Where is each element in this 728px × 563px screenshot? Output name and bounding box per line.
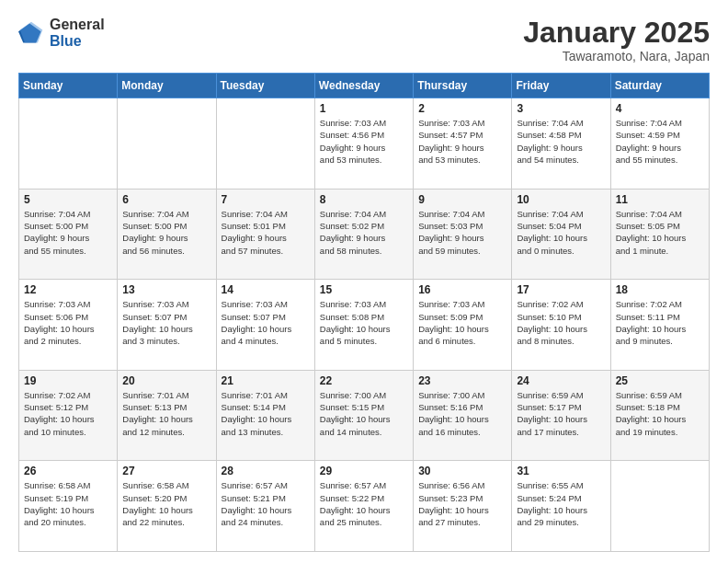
day-number: 12: [24, 283, 112, 296]
header-friday: Friday: [512, 74, 610, 98]
calendar-cell: 16Sunrise: 7:03 AM Sunset: 5:09 PM Dayli…: [414, 280, 512, 371]
title-block: January 2025 Tawaramoto, Nara, Japan: [523, 17, 710, 63]
day-number: 24: [517, 374, 605, 387]
day-number: 7: [222, 193, 310, 206]
day-number: 18: [616, 283, 704, 296]
day-info: Sunrise: 7:04 AM Sunset: 5:03 PM Dayligh…: [418, 208, 506, 257]
day-number: 19: [24, 374, 112, 387]
calendar-title: January 2025: [523, 17, 710, 49]
day-info: Sunrise: 6:59 AM Sunset: 5:18 PM Dayligh…: [616, 389, 704, 438]
day-info: Sunrise: 7:01 AM Sunset: 5:14 PM Dayligh…: [222, 389, 310, 438]
day-number: 20: [122, 374, 210, 387]
calendar-week-0: 1Sunrise: 7:03 AM Sunset: 4:56 PM Daylig…: [19, 98, 710, 190]
calendar-cell: 21Sunrise: 7:01 AM Sunset: 5:14 PM Dayli…: [216, 370, 314, 461]
header-wednesday: Wednesday: [314, 74, 413, 98]
day-number: 14: [222, 283, 310, 296]
calendar-cell: [118, 98, 216, 190]
day-info: Sunrise: 6:55 AM Sunset: 5:24 PM Dayligh…: [517, 479, 605, 528]
calendar-cell: 23Sunrise: 7:00 AM Sunset: 5:16 PM Dayli…: [414, 370, 512, 461]
calendar-location: Tawaramoto, Nara, Japan: [523, 49, 710, 63]
calendar-cell: 19Sunrise: 7:02 AM Sunset: 5:12 PM Dayli…: [19, 370, 118, 461]
calendar-cell: 12Sunrise: 7:03 AM Sunset: 5:06 PM Dayli…: [19, 280, 118, 371]
calendar-cell: 27Sunrise: 6:58 AM Sunset: 5:20 PM Dayli…: [118, 461, 216, 552]
day-info: Sunrise: 6:58 AM Sunset: 5:19 PM Dayligh…: [24, 479, 112, 528]
day-info: Sunrise: 7:03 AM Sunset: 5:07 PM Dayligh…: [122, 298, 210, 347]
day-number: 6: [122, 193, 210, 206]
calendar-cell: 5Sunrise: 7:04 AM Sunset: 5:00 PM Daylig…: [19, 189, 118, 280]
calendar-cell: 4Sunrise: 7:04 AM Sunset: 4:59 PM Daylig…: [610, 98, 709, 190]
calendar-cell: 2Sunrise: 7:03 AM Sunset: 4:57 PM Daylig…: [414, 98, 512, 190]
day-number: 30: [418, 465, 506, 477]
calendar-cell: 13Sunrise: 7:03 AM Sunset: 5:07 PM Dayli…: [118, 280, 216, 371]
header-saturday: Saturday: [610, 74, 709, 98]
day-number: 23: [418, 374, 506, 387]
calendar-week-3: 19Sunrise: 7:02 AM Sunset: 5:12 PM Dayli…: [19, 370, 710, 461]
day-info: Sunrise: 7:03 AM Sunset: 5:09 PM Dayligh…: [418, 298, 506, 347]
day-number: 15: [320, 283, 408, 296]
calendar-cell: 17Sunrise: 7:02 AM Sunset: 5:10 PM Dayli…: [512, 280, 610, 371]
day-info: Sunrise: 6:58 AM Sunset: 5:20 PM Dayligh…: [122, 479, 210, 528]
calendar-cell: 11Sunrise: 7:04 AM Sunset: 5:05 PM Dayli…: [610, 189, 709, 280]
day-info: Sunrise: 7:03 AM Sunset: 5:07 PM Dayligh…: [222, 298, 310, 347]
weekday-header-row: Sunday Monday Tuesday Wednesday Thursday…: [19, 74, 710, 98]
calendar-cell: 9Sunrise: 7:04 AM Sunset: 5:03 PM Daylig…: [414, 189, 512, 280]
day-number: 11: [616, 193, 704, 206]
calendar-cell: 8Sunrise: 7:04 AM Sunset: 5:02 PM Daylig…: [314, 189, 413, 280]
day-number: 28: [222, 465, 310, 477]
day-number: 17: [517, 283, 605, 296]
header-tuesday: Tuesday: [216, 74, 314, 98]
day-info: Sunrise: 7:04 AM Sunset: 5:02 PM Dayligh…: [320, 208, 408, 257]
calendar-cell: 25Sunrise: 6:59 AM Sunset: 5:18 PM Dayli…: [610, 370, 709, 461]
day-number: 1: [320, 102, 408, 115]
calendar-cell: 28Sunrise: 6:57 AM Sunset: 5:21 PM Dayli…: [216, 461, 314, 552]
calendar-table: Sunday Monday Tuesday Wednesday Thursday…: [18, 73, 710, 552]
calendar-cell: 24Sunrise: 6:59 AM Sunset: 5:17 PM Dayli…: [512, 370, 610, 461]
page: General Blue January 2025 Tawaramoto, Na…: [0, 0, 728, 563]
calendar-cell: 10Sunrise: 7:04 AM Sunset: 5:04 PM Dayli…: [512, 189, 610, 280]
day-info: Sunrise: 7:04 AM Sunset: 4:58 PM Dayligh…: [517, 117, 605, 166]
calendar-cell: 6Sunrise: 7:04 AM Sunset: 5:00 PM Daylig…: [118, 189, 216, 280]
calendar-cell: 1Sunrise: 7:03 AM Sunset: 4:56 PM Daylig…: [314, 98, 413, 190]
calendar-week-1: 5Sunrise: 7:04 AM Sunset: 5:00 PM Daylig…: [19, 189, 710, 280]
day-number: 5: [24, 193, 112, 206]
logo-general-text: General: [50, 17, 105, 33]
logo-text: General Blue: [50, 17, 105, 49]
day-number: 27: [122, 465, 210, 477]
day-info: Sunrise: 7:00 AM Sunset: 5:15 PM Dayligh…: [320, 389, 408, 438]
day-number: 29: [320, 465, 408, 477]
logo-blue-text: Blue: [50, 33, 105, 50]
day-info: Sunrise: 6:56 AM Sunset: 5:23 PM Dayligh…: [418, 479, 506, 528]
calendar-cell: 30Sunrise: 6:56 AM Sunset: 5:23 PM Dayli…: [414, 461, 512, 552]
day-number: 9: [418, 193, 506, 206]
day-info: Sunrise: 6:57 AM Sunset: 5:22 PM Dayligh…: [320, 479, 408, 528]
calendar-cell: [19, 98, 118, 190]
day-number: 25: [616, 374, 704, 387]
day-number: 10: [517, 193, 605, 206]
calendar-cell: [216, 98, 314, 190]
day-number: 2: [418, 102, 506, 115]
calendar-cell: 20Sunrise: 7:01 AM Sunset: 5:13 PM Dayli…: [118, 370, 216, 461]
header-thursday: Thursday: [414, 74, 512, 98]
calendar-week-2: 12Sunrise: 7:03 AM Sunset: 5:06 PM Dayli…: [19, 280, 710, 371]
day-info: Sunrise: 7:02 AM Sunset: 5:11 PM Dayligh…: [616, 298, 704, 347]
calendar-cell: 15Sunrise: 7:03 AM Sunset: 5:08 PM Dayli…: [314, 280, 413, 371]
calendar-cell: 18Sunrise: 7:02 AM Sunset: 5:11 PM Dayli…: [610, 280, 709, 371]
day-info: Sunrise: 7:00 AM Sunset: 5:16 PM Dayligh…: [418, 389, 506, 438]
day-number: 13: [122, 283, 210, 296]
day-info: Sunrise: 7:04 AM Sunset: 5:04 PM Dayligh…: [517, 208, 605, 257]
day-number: 3: [517, 102, 605, 115]
header: General Blue January 2025 Tawaramoto, Na…: [18, 17, 710, 63]
calendar-cell: 22Sunrise: 7:00 AM Sunset: 5:15 PM Dayli…: [314, 370, 413, 461]
logo-icon: [18, 20, 44, 46]
day-number: 16: [418, 283, 506, 296]
day-info: Sunrise: 7:01 AM Sunset: 5:13 PM Dayligh…: [122, 389, 210, 438]
day-info: Sunrise: 7:04 AM Sunset: 5:01 PM Dayligh…: [222, 208, 310, 257]
day-info: Sunrise: 7:02 AM Sunset: 5:10 PM Dayligh…: [517, 298, 605, 347]
day-info: Sunrise: 7:03 AM Sunset: 4:56 PM Dayligh…: [320, 117, 408, 166]
day-number: 22: [320, 374, 408, 387]
calendar-cell: 14Sunrise: 7:03 AM Sunset: 5:07 PM Dayli…: [216, 280, 314, 371]
day-info: Sunrise: 7:02 AM Sunset: 5:12 PM Dayligh…: [24, 389, 112, 438]
calendar-cell: 3Sunrise: 7:04 AM Sunset: 4:58 PM Daylig…: [512, 98, 610, 190]
day-info: Sunrise: 6:59 AM Sunset: 5:17 PM Dayligh…: [517, 389, 605, 438]
header-monday: Monday: [118, 74, 216, 98]
